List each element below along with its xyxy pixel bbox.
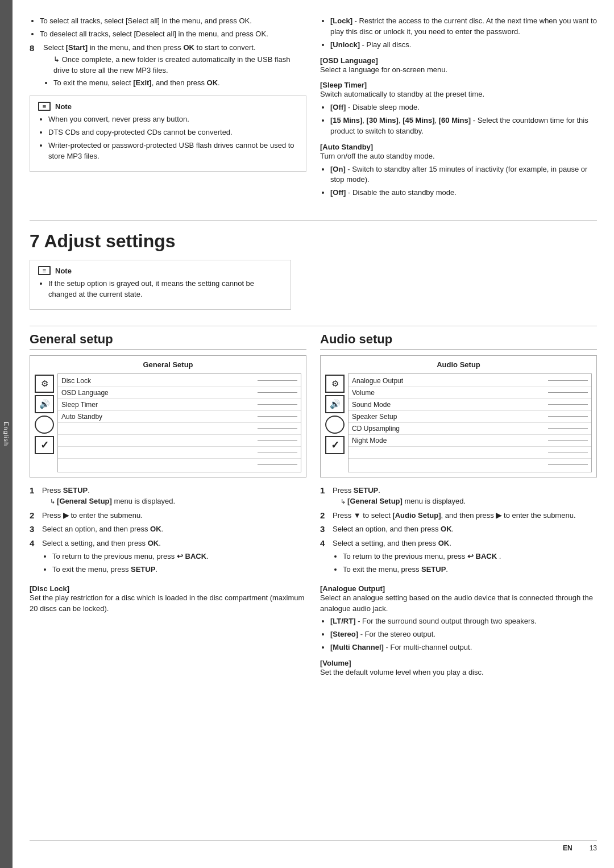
menu-item-volume: Volume [352, 389, 546, 397]
step-number: 3 [30, 524, 39, 534]
note-box: Note When you convert, never press any b… [30, 95, 306, 171]
top-bullets-list: To select all tracks, select [Select all… [30, 16, 306, 40]
footer-page: 13 [590, 844, 597, 852]
osd-language-title: [OSD Language] [320, 56, 597, 65]
step8-row: 8 Select [Start] in the menu, and then p… [30, 43, 306, 93]
dash-line [258, 428, 297, 429]
list-item: OSD Language [58, 387, 301, 399]
analogue-output-section: [Analogue Output] Select an analogue set… [320, 584, 597, 653]
list-item: To exit the menu, press SETUP. [343, 564, 597, 575]
step-row: 3 Select an option, and then press OK. [30, 524, 306, 535]
menu-item-auto-standby: Auto Standby [61, 413, 255, 421]
step-row: 4 Select a setting, and then press OK. T… [30, 538, 306, 579]
list-item: To deselect all tracks, select [Deselect… [40, 29, 306, 40]
section7-note-box: Note If the setup option is grayed out, … [30, 260, 291, 310]
volume-section: [Volume] Set the default volume level wh… [320, 659, 597, 678]
list-item [349, 447, 591, 459]
note-header: Note [38, 102, 298, 111]
audio-steps: 1 Press SETUP. [General Setup] menu is d… [320, 485, 597, 579]
list-item: To return to the previous menu, press ↩ … [343, 551, 597, 562]
divider2 [30, 326, 597, 326]
list-item: Sleep Timer [58, 399, 301, 411]
footer-lang: EN [563, 844, 572, 852]
section7-note-list: If the setup option is grayed out, it me… [38, 279, 283, 300]
step4-sub-list: To return to the previous menu, press ↩ … [42, 551, 306, 575]
step-number: 1 [30, 485, 39, 495]
sleep-timer-title: [Sleep Timer] [320, 81, 597, 89]
step8-sub-list: ↳ Once complete, a new folder is created… [43, 55, 306, 89]
step8-content: Select [Start] in the menu, and then pre… [43, 43, 306, 93]
two-col-section: General setup General Setup ⚙ 🔊 [30, 332, 597, 840]
note-title: Note [55, 102, 72, 111]
volume-title: [Volume] [320, 659, 597, 667]
audio-setup-title: Audio setup [320, 332, 597, 350]
side-tab: English [0, 0, 13, 868]
general-lines-col: Disc Lock OSD Language Sleep Timer [57, 373, 301, 472]
disc-icon [35, 416, 54, 434]
list-item: Writer-protected or password-protected U… [48, 140, 298, 162]
list-item: Auto Standby [58, 411, 301, 423]
step-number: 4 [320, 538, 329, 548]
step-content: Select an option, and then press OK. [42, 524, 306, 535]
section7-note-icon [38, 266, 51, 275]
sleep-timer-desc: Switch automatically to standby at the p… [320, 89, 597, 100]
note-icon [38, 102, 51, 111]
list-item: Sound Mode [349, 399, 591, 411]
general-table-title: General Setup [35, 360, 301, 369]
top-right-list: [Lock] - Restrict the access to the curr… [320, 16, 597, 51]
analogue-list: [LT/RT] - For the surround sound output … [320, 616, 597, 653]
list-item: Volume [349, 387, 591, 399]
disc-lock-desc: Set the play restriction for a disc whic… [30, 593, 306, 614]
section7-note-title: Note [55, 267, 72, 275]
general-setup-table: General Setup ⚙ 🔊 Disc Lock [30, 355, 306, 477]
list-item: Disc Lock [58, 375, 301, 387]
list-item: [Multi Channel] - For multi-channel outp… [330, 642, 597, 653]
dash-line [258, 440, 297, 441]
step-content: Press SETUP. [General Setup] menu is dis… [333, 485, 597, 507]
list-item [58, 447, 301, 459]
step-content: Select a setting, and then press OK. To … [42, 538, 306, 579]
dash-line [258, 404, 297, 405]
step-number: 4 [30, 538, 39, 548]
list-item: [On] - Switch to standby after 15 minute… [330, 164, 597, 186]
section7-note-header: Note [38, 266, 283, 275]
volume-desc: Set the default volume level when you pl… [320, 667, 597, 678]
list-item: When you convert, never press any button… [48, 114, 298, 125]
general-steps: 1 Press SETUP. [General Setup] menu is d… [30, 485, 306, 579]
list-item [349, 459, 591, 471]
menu-item-osd: OSD Language [61, 389, 255, 397]
step8-text: Select [Start] in the menu, and then pre… [43, 43, 256, 52]
step-number: 2 [320, 510, 329, 520]
list-item: Speaker Setup [349, 411, 591, 423]
audio-icons-col: ⚙ 🔊 [325, 373, 345, 472]
step-row: 3 Select an option, and then press OK. [320, 524, 597, 535]
menu-item-speaker: Speaker Setup [352, 413, 546, 421]
list-item: [Unlock] - Play all discs. [330, 40, 597, 51]
step-content: Press SETUP. [General Setup] menu is dis… [42, 485, 306, 507]
list-item: To select all tracks, select [Select all… [40, 16, 306, 27]
auto-standby-title: [Auto Standby] [320, 143, 597, 151]
list-item: [LT/RT] - For the surround sound output … [330, 616, 597, 627]
audio-table-body: ⚙ 🔊 Analogue Output Vo [325, 373, 592, 472]
dash-line [548, 428, 588, 429]
step-row: 2 Press ▶ to enter the submenu. [30, 510, 306, 521]
menu-item-analogue: Analogue Output [352, 377, 546, 385]
step-content: Select an option, and then press OK. [333, 524, 597, 535]
menu-item-disc-lock: Disc Lock [61, 377, 255, 385]
step8-number: 8 [30, 43, 40, 93]
list-item: Night Mode [349, 435, 591, 447]
list-item: To exit the menu, press SETUP. [52, 564, 306, 575]
auto-standby-list: [On] - Switch to standby after 15 minute… [320, 164, 597, 199]
dash-line [548, 380, 588, 381]
step-sub: [General Setup] menu is displayed. [42, 496, 306, 507]
step-content: Select a setting, and then press OK. To … [333, 538, 597, 579]
sleep-timer-section: [Sleep Timer] Switch automatically to st… [320, 81, 597, 136]
list-item [58, 435, 301, 447]
list-item: To exit the menu, select [Exit], and the… [53, 78, 306, 89]
speaker-icon: 🔊 [35, 395, 54, 413]
list-item: To return to the previous menu, press ↩ … [52, 551, 306, 562]
dash-line [258, 452, 297, 452]
list-item: If the setup option is grayed out, it me… [48, 279, 283, 300]
audio-setup-table: Audio Setup ⚙ 🔊 Analogue Output [320, 355, 597, 477]
list-item: [15 Mins], [30 Mins], [45 Mins], [60 Min… [330, 115, 597, 137]
